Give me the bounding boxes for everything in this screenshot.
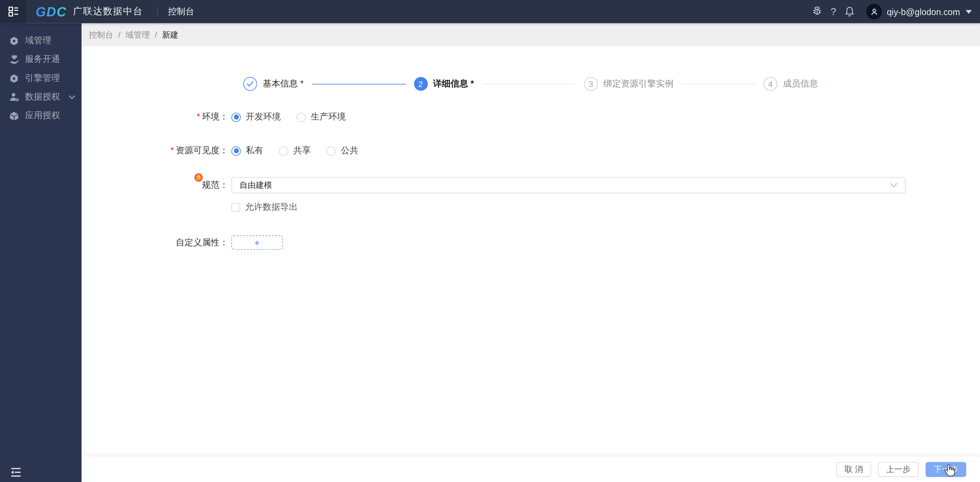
custom-attr-field-row: 自定义属性： + [81, 235, 980, 250]
gdc-logo: GDC [35, 4, 67, 19]
radio-shared[interactable]: 共享 [279, 145, 311, 156]
hexagon-nut-icon [9, 73, 19, 84]
chevron-down-icon [890, 183, 897, 188]
cube-icon [9, 110, 19, 121]
nav-console-tab[interactable]: 控制台 [168, 6, 194, 17]
step-detail-info[interactable]: 2 详细信息 * [414, 77, 474, 91]
cancel-button[interactable]: 取 消 [836, 461, 871, 477]
sidebar-item-label: 应用授权 [25, 110, 60, 121]
spec-select[interactable]: 自由建模 [231, 177, 905, 193]
breadcrumb-current-new: 新建 [162, 29, 178, 40]
help-badge-icon[interactable]: ? [194, 174, 203, 182]
visibility-field-row: *资源可见度： 私有 共享 公共 [81, 145, 980, 156]
bell-icon [844, 6, 855, 17]
top-header: GDC 广联达数据中台 控制台 ? [0, 0, 980, 23]
user-email[interactable]: qiy-b@glodon.com [887, 6, 960, 17]
spec-label: ? 规范： [81, 180, 228, 191]
export-field-row: 允许数据导出 [81, 202, 980, 213]
step-label: 基本信息 * [263, 78, 304, 89]
sidebar-item-engine-management[interactable]: 引擎管理 [0, 69, 81, 88]
radio-unchecked-icon[interactable] [279, 146, 288, 156]
step-basic-info[interactable]: 基本信息 * [243, 77, 304, 91]
person-icon [870, 7, 878, 16]
radio-public[interactable]: 公共 [326, 145, 358, 156]
breadcrumb-separator: / [155, 30, 157, 39]
sidebar-item-label: 引擎管理 [25, 73, 60, 84]
wizard-stepper: 基本信息 * 2 详细信息 * 3 绑定资源引擎实例 4 成员信息 [81, 46, 980, 91]
apps-grid-icon [8, 6, 19, 17]
radio-unchecked-icon[interactable] [326, 146, 336, 156]
notifications-button[interactable] [842, 4, 857, 19]
breadcrumb: 控制台 / 域管理 / 新建 [81, 23, 980, 46]
step-member-info[interactable]: 4 成员信息 [764, 77, 818, 91]
sidebar-item-label: 数据授权 [25, 91, 60, 102]
sidebar-item-label: 域管理 [25, 35, 51, 46]
hexagon-nut-icon [9, 35, 19, 46]
user-avatar[interactable] [866, 4, 882, 19]
app-root: GDC 广联达数据中台 控制台 ? [0, 0, 980, 482]
env-field-row: *环境： 开发环境 生产环境 [81, 112, 980, 123]
bug-icon [812, 6, 822, 17]
step-done-check-icon [243, 77, 257, 91]
custom-attr-label: 自定义属性： [81, 237, 228, 248]
spec-select-value: 自由建模 [240, 180, 272, 191]
step-label: 详细信息 * [433, 78, 474, 89]
step-number: 2 [414, 77, 427, 91]
visibility-label: *资源可见度： [81, 145, 228, 156]
step-number: 4 [764, 77, 777, 91]
sidebar-item-service-activation[interactable]: 服务开通 [0, 50, 81, 69]
sidebar-item-app-authorization[interactable]: 应用授权 [0, 107, 81, 125]
help-icon: ? [830, 6, 836, 17]
user-menu-caret-icon[interactable] [966, 10, 972, 14]
radio-private[interactable]: 私有 [231, 145, 263, 156]
required-mark: * [170, 145, 174, 155]
step-number: 3 [584, 77, 598, 91]
step-connector [312, 84, 406, 84]
breadcrumb-domain-management[interactable]: 域管理 [126, 29, 150, 40]
add-custom-attribute-button[interactable]: + [231, 235, 283, 250]
required-mark: * [197, 112, 200, 121]
heart-hand-icon [9, 54, 19, 65]
checkbox-allow-data-export[interactable]: 允许数据导出 [231, 202, 298, 213]
header-divider [157, 6, 157, 17]
chevron-down-icon [69, 95, 75, 99]
env-label: *环境： [81, 112, 228, 123]
breadcrumb-console[interactable]: 控制台 [89, 29, 113, 40]
sidebar-collapse-button[interactable] [10, 466, 25, 478]
user-gear-icon [9, 92, 19, 102]
sidebar: 域管理 服务开通 引擎管理 [0, 23, 81, 482]
radio-checked-icon[interactable] [231, 112, 241, 122]
step-label: 绑定资源引擎实例 [603, 78, 673, 89]
radio-checked-icon[interactable] [231, 146, 241, 156]
sidebar-item-domain-management[interactable]: 域管理 [0, 31, 81, 50]
radio-unchecked-icon[interactable] [296, 112, 306, 122]
wizard-footer: 取 消 上一步 下一步 [81, 456, 980, 482]
apps-menu-button[interactable] [0, 0, 26, 23]
next-step-button[interactable]: 下一步 [926, 461, 966, 477]
sidebar-item-data-authorization[interactable]: 数据授权 [0, 88, 81, 107]
step-label: 成员信息 [783, 78, 818, 89]
sidebar-item-label: 服务开通 [25, 54, 60, 65]
menu-fold-icon [10, 467, 25, 477]
step-connector [682, 84, 756, 84]
checkbox-unchecked-icon[interactable] [231, 203, 240, 212]
radio-prod-environment[interactable]: 生产环境 [296, 112, 346, 123]
main-area: 控制台 / 域管理 / 新建 基本信息 * 2 详细信息 * [81, 23, 980, 482]
step-connector [482, 84, 576, 84]
app-title: 广联达数据中台 [73, 6, 143, 18]
spec-field-row: ? 规范： 自由建模 [81, 177, 980, 193]
previous-step-button[interactable]: 上一步 [878, 461, 919, 477]
step-bind-resource-engine[interactable]: 3 绑定资源引擎实例 [584, 77, 673, 91]
wizard-content: 基本信息 * 2 详细信息 * 3 绑定资源引擎实例 4 成员信息 [81, 46, 980, 456]
bug-report-button[interactable] [809, 4, 825, 19]
help-button[interactable]: ? [826, 4, 841, 19]
radio-dev-environment[interactable]: 开发环境 [231, 112, 281, 123]
breadcrumb-separator: / [118, 30, 120, 39]
